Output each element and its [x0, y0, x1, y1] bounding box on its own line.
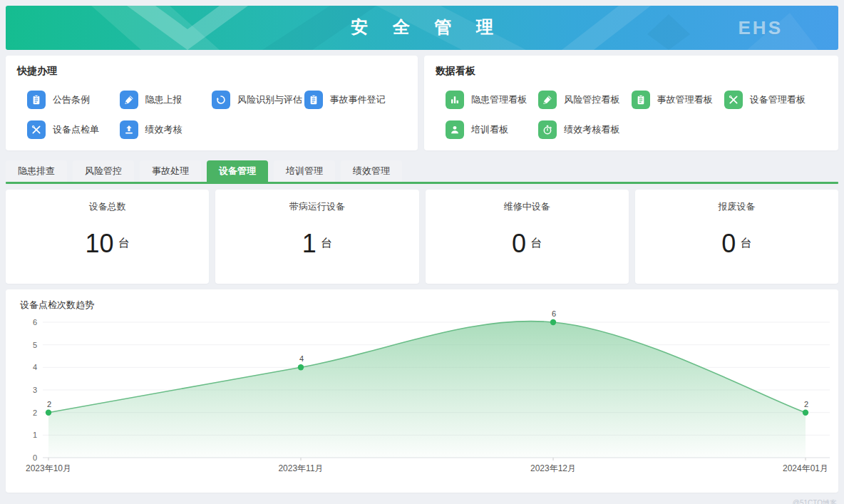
svg-text:5: 5	[33, 341, 37, 349]
quick-action-item[interactable]: 风险识别与评估	[212, 91, 304, 109]
quick-action-item[interactable]: 隐患上报	[120, 91, 212, 109]
svg-text:2024年01月: 2024年01月	[783, 463, 828, 473]
page-header: 安 全 管 理 EHS	[6, 6, 838, 50]
quick-action-item[interactable]: 公告条例	[27, 91, 120, 109]
svg-text:3: 3	[33, 386, 37, 394]
dashboard-link-item[interactable]: 设备管理看板	[724, 91, 817, 109]
svg-text:4: 4	[33, 363, 37, 371]
svg-text:4: 4	[299, 354, 304, 363]
clipboard-icon	[27, 91, 46, 109]
stat-card: 设备总数10台	[6, 190, 209, 284]
tools-icon	[27, 120, 46, 139]
svg-text:2: 2	[47, 400, 51, 408]
dashboard-link-item-label: 设备管理看板	[750, 93, 806, 106]
stat-unit: 台	[740, 236, 751, 251]
tab-4-active[interactable]: 设备管理	[207, 160, 268, 182]
svg-text:2: 2	[33, 408, 37, 417]
bar-chart-icon	[446, 91, 464, 109]
svg-text:2023年10月: 2023年10月	[26, 463, 71, 473]
top-panels-row: 快捷办理 公告条例隐患上报风险识别与评估事故事件登记设备点检单绩效考核 数据看板…	[6, 56, 838, 150]
tab-5[interactable]: 培训管理	[274, 160, 335, 182]
quick-action-item-label: 公告条例	[53, 93, 90, 106]
dashboard-link-item-label: 风险管控看板	[564, 93, 619, 106]
quick-actions-title: 快捷办理	[17, 65, 406, 78]
quick-action-item-label: 事故事件登记	[330, 93, 386, 106]
quick-action-item-label: 风险识别与评估	[237, 93, 302, 106]
module-tabs: 隐患排查风险管控事故处理设备管理培训管理绩效管理	[6, 160, 838, 182]
stat-label: 设备总数	[89, 200, 126, 213]
stat-unit: 台	[530, 236, 542, 251]
stat-value: 0	[512, 229, 526, 259]
quick-action-item[interactable]: 设备点检单	[27, 120, 120, 139]
stat-value: 1	[302, 229, 316, 259]
dashboard-link-item[interactable]: 培训看板	[446, 120, 538, 139]
stat-value-wrap: 0台	[721, 213, 751, 284]
watermark: @51CTO博客	[793, 498, 837, 504]
dashboards-panel: 数据看板 隐患管理看板风险管控看板事故管理看板设备管理看板培训看板绩效考核看板	[424, 56, 838, 150]
tab-6[interactable]: 绩效管理	[341, 160, 402, 182]
svg-text:2: 2	[804, 400, 808, 408]
stat-card: 报废设备0台	[635, 190, 838, 284]
stat-value-wrap: 0台	[512, 213, 542, 284]
dashboard-link-item-label: 绩效考核看板	[564, 123, 619, 136]
svg-text:2023年12月: 2023年12月	[530, 463, 576, 473]
tab-2[interactable]: 风险管控	[73, 160, 134, 182]
dashboards-title: 数据看板	[436, 65, 827, 78]
upload-icon	[120, 120, 138, 139]
stat-label: 带病运行设备	[289, 200, 345, 213]
stat-value-wrap: 10台	[86, 213, 130, 284]
dashboard-link-item[interactable]: 事故管理看板	[632, 91, 724, 109]
dashboard-link-item[interactable]: 风险管控看板	[538, 91, 631, 109]
dashboard-link-item-label: 事故管理看板	[657, 93, 713, 106]
stat-value: 10	[86, 229, 114, 259]
tab-1[interactable]: 隐患排查	[6, 160, 67, 182]
stopwatch-icon	[538, 120, 557, 139]
quick-action-item[interactable]: 事故事件登记	[304, 91, 397, 109]
svg-text:6: 6	[552, 309, 556, 318]
pen-report-icon	[538, 91, 557, 109]
quick-action-item-label: 绩效考核	[145, 123, 182, 136]
svg-text:2023年11月: 2023年11月	[278, 463, 323, 473]
dashboard-link-item[interactable]: 隐患管理看板	[446, 91, 538, 109]
svg-text:1: 1	[33, 431, 37, 439]
quick-action-item-label: 设备点检单	[53, 123, 99, 136]
stat-card: 维修中设备0台	[426, 190, 629, 284]
quick-actions-panel: 快捷办理 公告条例隐患上报风险识别与评估事故事件登记设备点检单绩效考核	[6, 56, 418, 150]
dashboard-link-item-label: 隐患管理看板	[471, 93, 527, 106]
equipment-inspection-trend-chart: 01234562023年10月2023年11月2023年12月2024年01月2…	[6, 289, 838, 493]
quick-actions-list: 公告条例隐患上报风险识别与评估事故事件登记设备点检单绩效考核	[17, 78, 406, 139]
tab-3[interactable]: 事故处理	[140, 160, 201, 182]
svg-text:6: 6	[33, 318, 37, 326]
stat-value: 0	[721, 229, 736, 259]
pen-report-icon	[120, 91, 138, 109]
svg-text:0: 0	[33, 453, 37, 462]
quick-action-item-label: 隐患上报	[145, 93, 182, 106]
stat-label: 报废设备	[718, 200, 755, 213]
cycle-icon	[212, 91, 230, 109]
trend-chart-card: 设备点检次数趋势 01234562023年10月2023年11月2023年12月…	[6, 289, 838, 493]
clipboard-icon	[304, 91, 323, 109]
tools-icon	[724, 91, 743, 109]
page-title: 安 全 管 理	[6, 16, 838, 38]
stat-label: 维修中设备	[504, 200, 550, 213]
stat-cards-row: 设备总数10台带病运行设备1台维修中设备0台报废设备0台	[6, 190, 838, 284]
stat-value-wrap: 1台	[302, 213, 332, 284]
dashboard-link-item[interactable]: 绩效考核看板	[538, 120, 631, 139]
dashboard-link-item-label: 培训看板	[471, 123, 508, 136]
quick-action-item[interactable]: 绩效考核	[120, 120, 212, 139]
tabs-underline	[6, 182, 838, 184]
safety-management-dashboard: 安 全 管 理 EHS 快捷办理 公告条例隐患上报风险识别与评估事故事件登记设备…	[0, 6, 844, 504]
ehs-logo: EHS	[738, 17, 783, 39]
clipboard-icon	[632, 91, 650, 109]
stat-unit: 台	[118, 236, 130, 251]
person-icon	[446, 120, 464, 139]
dashboards-list: 隐患管理看板风险管控看板事故管理看板设备管理看板培训看板绩效考核看板	[436, 78, 827, 139]
stat-card: 带病运行设备1台	[215, 190, 418, 284]
stat-unit: 台	[321, 236, 332, 251]
